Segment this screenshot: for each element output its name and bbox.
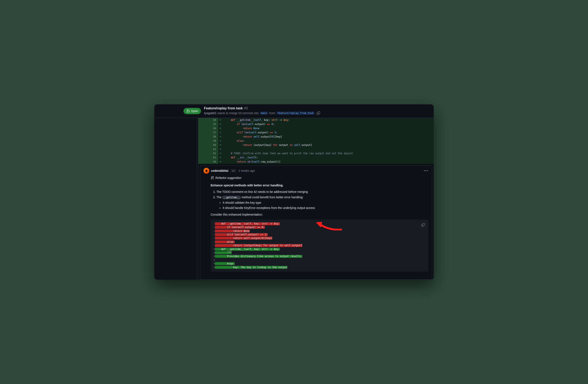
comment-author[interactable]: coderabbitai xyxy=(211,169,228,172)
diff-line[interactable]: 43+ def __str__(self): xyxy=(198,156,434,160)
diff-line[interactable]: 37+ elif len(self.output) == 1: xyxy=(198,131,434,135)
comment-header: coderabbitai bot 2 weeks ago ••• xyxy=(200,166,432,176)
pr-status-text: Open xyxy=(191,109,198,113)
bot-tag: bot xyxy=(230,169,237,172)
diff-block: 34+ def __getitem__(self, key: str) -> A… xyxy=(198,118,434,164)
pr-title[interactable]: Feature/replay from task xyxy=(204,106,243,110)
diff-line[interactable]: 41+ xyxy=(198,147,434,151)
pull-request-icon xyxy=(187,109,190,113)
suggestion-line: + key: The key to lookup in the output xyxy=(213,266,426,269)
suggestion-line: + Provides dictionary-like access to out… xyxy=(213,255,426,258)
content-area: 34+ def __getitem__(self, key: str) -> A… xyxy=(154,118,434,280)
diff-line[interactable]: 40+ return [output[key] for output in se… xyxy=(198,143,434,147)
suggestion-line: - return None xyxy=(213,229,426,233)
head-branch[interactable]: feature/replay_from_task xyxy=(276,112,315,115)
main-column: 34+ def __getitem__(self, key: str) -> A… xyxy=(198,118,434,280)
left-gutter xyxy=(154,118,197,280)
suggestion-line: - else: xyxy=(213,240,426,244)
pr-header: Open Feature/replay from task #3 tyaga00… xyxy=(154,104,434,118)
copy-branch-button[interactable] xyxy=(316,111,321,116)
list-item: The __getitem__ method could benefit fro… xyxy=(216,195,428,210)
pr-author[interactable]: tyaga001 xyxy=(204,112,216,115)
diff-line[interactable]: 38+ return self.output[0][key] xyxy=(198,135,434,139)
diff-line[interactable]: 34+ def __getitem__(self, key: str) -> A… xyxy=(198,118,434,122)
copy-icon xyxy=(421,223,425,227)
comment-heading: Enhance special methods with better erro… xyxy=(210,184,283,187)
diff-line[interactable]: 44+ return str(self.raw_output()) xyxy=(198,160,434,164)
list-item: It should handle KeyError exceptions fro… xyxy=(223,206,428,210)
app-window: Open Feature/replay from task #3 tyaga00… xyxy=(154,104,434,280)
rabbit-icon xyxy=(205,169,208,173)
suggestion-kind: 🛠️ Refactor suggestion xyxy=(210,176,428,180)
copy-icon xyxy=(317,112,320,115)
comment-timestamp[interactable]: 2 weeks ago xyxy=(239,169,255,172)
suggestion-line: - elif len(self.output) == 1: xyxy=(213,233,426,236)
pr-status-badge: Open xyxy=(184,108,201,114)
comment-list: The TODO comment on line 42 needs to be … xyxy=(210,190,428,210)
suggestion-line: + xyxy=(213,258,426,262)
avatar[interactable] xyxy=(204,168,209,174)
suggestion-line: - return self.output[0][key] xyxy=(213,236,426,240)
pr-number: #3 xyxy=(244,106,248,110)
list-item: It should validate the key type xyxy=(223,201,428,205)
base-branch[interactable]: main xyxy=(260,112,268,115)
pr-subtitle: tyaga001 wants to merge 33 commits into … xyxy=(204,111,321,116)
suggestion-line: + def __getitem__(self, key: str) -> Any… xyxy=(213,248,426,251)
suggestion-line: + Args: xyxy=(213,262,426,266)
diff-line[interactable]: 39+ else: xyxy=(198,139,434,143)
diff-line[interactable]: 36+ return None xyxy=(198,126,434,131)
code-suggestion-block: - def __getitem__(self, key: str) -> Any… xyxy=(210,220,428,272)
copy-code-button[interactable] xyxy=(420,222,426,228)
review-comment: coderabbitai bot 2 weeks ago ••• 🛠️ Refa… xyxy=(200,165,432,280)
pr-title-block: Feature/replay from task #3 tyaga001 wan… xyxy=(204,106,321,116)
inline-code: __getitem__ xyxy=(222,196,241,199)
suggestion-line: - if len(self.output) == 0: xyxy=(213,226,426,229)
comment-body: 🛠️ Refactor suggestion Enhance special m… xyxy=(200,176,432,275)
tools-icon: 🛠️ xyxy=(210,176,214,180)
suggestion-line: + """ xyxy=(213,251,426,255)
suggestion-line: - return [output[key] for output in self… xyxy=(213,244,426,247)
suggestion-line: - def __getitem__(self, key: str) -> Any… xyxy=(213,222,426,226)
diff-line[interactable]: 42+ # TODO: Confirm with Joao that we wa… xyxy=(198,151,434,156)
list-item: The TODO comment on line 42 needs to be … xyxy=(216,190,428,194)
diff-line[interactable]: 35+ if len(self.output) == 0: xyxy=(198,122,434,126)
comment-menu-button[interactable]: ••• xyxy=(424,169,428,173)
consider-text: Consider this enhanced implementation: xyxy=(210,212,428,217)
